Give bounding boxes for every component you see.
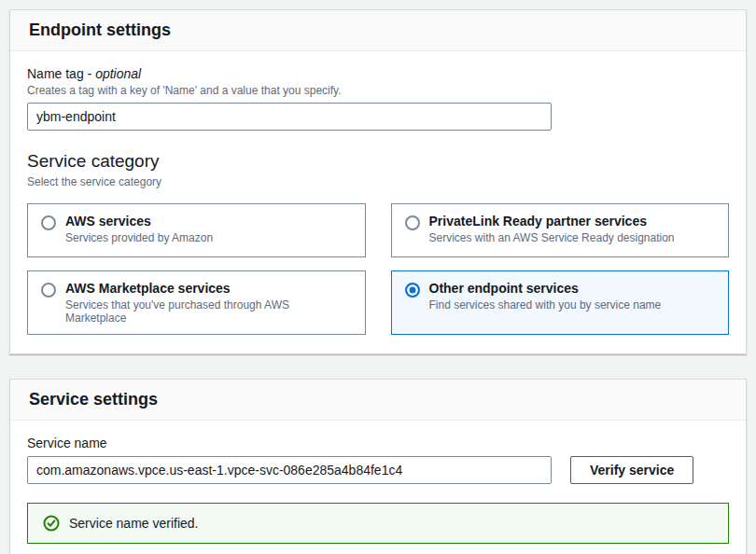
name-tag-label: Name tag - optional	[27, 66, 729, 81]
radio-aws-marketplace-services[interactable]	[41, 283, 56, 298]
tile-description: Services that you've purchased through A…	[65, 298, 352, 325]
check-circle-icon	[43, 515, 60, 532]
endpoint-settings-body: Name tag - optional Creates a tag with a…	[10, 51, 746, 353]
tile-label: Other endpoint services	[429, 281, 662, 296]
service-settings-body: Service name Verify service Service name…	[10, 421, 746, 554]
service-settings-panel: Service settings Service name Verify ser…	[9, 379, 747, 554]
name-tag-label-text: Name tag	[27, 66, 84, 81]
radio-privatelink-ready-partner-services[interactable]	[405, 215, 420, 230]
service-settings-title: Service settings	[29, 390, 727, 409]
radio-other-endpoint-services[interactable]	[405, 283, 420, 298]
endpoint-settings-panel: Endpoint settings Name tag - optional Cr…	[9, 9, 747, 354]
name-tag-description: Creates a tag with a key of 'Name' and a…	[27, 84, 729, 97]
tile-description: Services provided by Amazon	[65, 231, 213, 244]
name-tag-input[interactable]	[27, 103, 552, 131]
endpoint-settings-title: Endpoint settings	[29, 21, 727, 40]
endpoint-settings-header: Endpoint settings	[10, 10, 746, 51]
success-alert: Service name verified.	[27, 503, 729, 544]
service-name-input[interactable]	[27, 456, 552, 484]
tile-label: AWS services	[65, 214, 213, 229]
tile-privatelink-ready-partner-services[interactable]: PrivateLink Ready partner services Servi…	[391, 203, 730, 257]
service-settings-header: Service settings	[10, 380, 746, 421]
tile-aws-marketplace-services[interactable]: AWS Marketplace services Services that y…	[27, 270, 366, 335]
radio-aws-services[interactable]	[41, 215, 56, 230]
page: Endpoint settings Name tag - optional Cr…	[0, 0, 756, 554]
verify-service-button[interactable]: Verify service	[570, 456, 693, 484]
tile-label: PrivateLink Ready partner services	[429, 214, 675, 229]
service-category-tiles: AWS services Services provided by Amazon…	[27, 203, 729, 335]
tile-description: Services with an AWS Service Ready desig…	[429, 231, 675, 244]
service-category-heading: Service category	[27, 151, 729, 172]
service-category-description: Select the service category	[27, 175, 729, 188]
tile-aws-services[interactable]: AWS services Services provided by Amazon	[27, 203, 366, 257]
tile-description: Find services shared with you by service…	[429, 298, 662, 312]
service-name-row: Verify service	[27, 450, 729, 484]
service-name-label: Service name	[27, 436, 729, 450]
success-alert-message: Service name verified.	[69, 516, 199, 531]
tile-other-endpoint-services[interactable]: Other endpoint services Find services sh…	[391, 270, 730, 335]
name-tag-optional-text: - optional	[88, 66, 142, 81]
tile-label: AWS Marketplace services	[65, 281, 352, 296]
